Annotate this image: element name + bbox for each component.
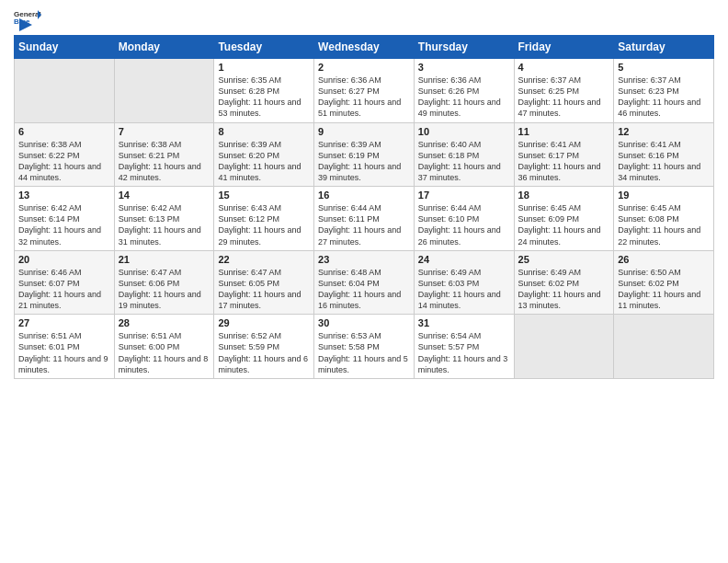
day-number: 10 (418, 126, 510, 137)
calendar-cell: 24Sunrise: 6:49 AM Sunset: 6:03 PM Dayli… (414, 250, 514, 315)
day-number: 17 (418, 190, 510, 201)
day-number: 12 (618, 126, 710, 137)
calendar-week-row: 13Sunrise: 6:42 AM Sunset: 6:14 PM Dayli… (15, 187, 714, 251)
calendar-cell: 29Sunrise: 6:52 AM Sunset: 5:59 PM Dayli… (214, 315, 314, 379)
weekday-header-friday: Friday (514, 36, 614, 59)
calendar-week-row: 27Sunrise: 6:51 AM Sunset: 6:01 PM Dayli… (15, 315, 714, 379)
calendar-cell: 22Sunrise: 6:47 AM Sunset: 6:05 PM Dayli… (214, 250, 314, 315)
calendar-cell: 17Sunrise: 6:44 AM Sunset: 6:10 PM Dayli… (414, 187, 514, 251)
calendar-header-row: SundayMondayTuesdayWednesdayThursdayFrid… (15, 36, 714, 59)
day-number: 18 (518, 190, 610, 201)
calendar-cell: 5Sunrise: 6:37 AM Sunset: 6:23 PM Daylig… (614, 59, 714, 123)
day-info: Sunrise: 6:38 AM Sunset: 6:22 PM Dayligh… (18, 139, 110, 184)
day-info: Sunrise: 6:35 AM Sunset: 6:28 PM Dayligh… (218, 75, 310, 120)
calendar-cell: 31Sunrise: 6:54 AM Sunset: 5:57 PM Dayli… (414, 315, 514, 379)
day-number: 20 (18, 254, 110, 265)
calendar-cell: 18Sunrise: 6:45 AM Sunset: 6:09 PM Dayli… (514, 187, 614, 251)
weekday-header-wednesday: Wednesday (314, 36, 415, 59)
day-number: 14 (119, 190, 210, 201)
day-number: 27 (18, 317, 110, 328)
day-number: 9 (318, 126, 410, 137)
day-info: Sunrise: 6:41 AM Sunset: 6:17 PM Dayligh… (518, 139, 610, 184)
day-number: 7 (119, 126, 210, 137)
day-number: 26 (618, 254, 710, 265)
day-info: Sunrise: 6:44 AM Sunset: 6:10 PM Dayligh… (418, 202, 510, 247)
day-info: Sunrise: 6:39 AM Sunset: 6:19 PM Dayligh… (318, 139, 410, 184)
calendar-cell: 12Sunrise: 6:41 AM Sunset: 6:16 PM Dayli… (614, 122, 714, 187)
day-number: 13 (18, 190, 110, 201)
calendar-cell: 11Sunrise: 6:41 AM Sunset: 6:17 PM Dayli… (514, 122, 614, 187)
day-number: 15 (218, 190, 310, 201)
day-number: 31 (418, 317, 510, 328)
weekday-header-thursday: Thursday (414, 36, 514, 59)
day-info: Sunrise: 6:51 AM Sunset: 6:01 PM Dayligh… (18, 330, 110, 375)
day-number: 1 (218, 62, 310, 73)
day-info: Sunrise: 6:48 AM Sunset: 6:04 PM Dayligh… (318, 267, 410, 312)
weekday-header-sunday: Sunday (15, 36, 115, 59)
day-info: Sunrise: 6:36 AM Sunset: 6:27 PM Dayligh… (318, 75, 410, 120)
day-info: Sunrise: 6:42 AM Sunset: 6:14 PM Dayligh… (18, 202, 110, 247)
day-info: Sunrise: 6:52 AM Sunset: 5:59 PM Dayligh… (218, 330, 310, 375)
day-number: 16 (318, 190, 410, 201)
day-info: Sunrise: 6:40 AM Sunset: 6:18 PM Dayligh… (418, 139, 510, 184)
calendar-week-row: 1Sunrise: 6:35 AM Sunset: 6:28 PM Daylig… (15, 59, 714, 123)
day-number: 29 (218, 317, 310, 328)
calendar-cell: 28Sunrise: 6:51 AM Sunset: 6:00 PM Dayli… (114, 315, 214, 379)
day-number: 8 (218, 126, 310, 137)
calendar-week-row: 20Sunrise: 6:46 AM Sunset: 6:07 PM Dayli… (15, 250, 714, 315)
calendar-cell: 2Sunrise: 6:36 AM Sunset: 6:27 PM Daylig… (314, 59, 415, 123)
day-info: Sunrise: 6:49 AM Sunset: 6:02 PM Dayligh… (518, 267, 610, 312)
day-info: Sunrise: 6:43 AM Sunset: 6:12 PM Dayligh… (218, 202, 310, 247)
calendar-cell: 25Sunrise: 6:49 AM Sunset: 6:02 PM Dayli… (514, 250, 614, 315)
day-number: 6 (18, 126, 110, 137)
day-info: Sunrise: 6:39 AM Sunset: 6:20 PM Dayligh… (218, 139, 310, 184)
calendar-cell: 16Sunrise: 6:44 AM Sunset: 6:11 PM Dayli… (314, 187, 415, 251)
calendar-cell: 21Sunrise: 6:47 AM Sunset: 6:06 PM Dayli… (114, 250, 214, 315)
day-info: Sunrise: 6:37 AM Sunset: 6:23 PM Dayligh… (618, 75, 710, 120)
weekday-header-monday: Monday (114, 36, 214, 59)
day-number: 24 (418, 254, 510, 265)
calendar-cell: 14Sunrise: 6:42 AM Sunset: 6:13 PM Dayli… (114, 187, 214, 251)
day-info: Sunrise: 6:47 AM Sunset: 6:05 PM Dayligh… (218, 267, 310, 312)
day-info: Sunrise: 6:45 AM Sunset: 6:09 PM Dayligh… (518, 202, 610, 247)
weekday-header-saturday: Saturday (614, 36, 714, 59)
day-number: 3 (418, 62, 510, 73)
weekday-header-tuesday: Tuesday (214, 36, 314, 59)
svg-marker-3 (19, 18, 32, 31)
day-info: Sunrise: 6:54 AM Sunset: 5:57 PM Dayligh… (418, 330, 510, 375)
calendar-cell: 20Sunrise: 6:46 AM Sunset: 6:07 PM Dayli… (15, 250, 115, 315)
day-number: 23 (318, 254, 410, 265)
calendar-cell: 13Sunrise: 6:42 AM Sunset: 6:14 PM Dayli… (15, 187, 115, 251)
day-number: 30 (318, 317, 410, 328)
day-info: Sunrise: 6:53 AM Sunset: 5:58 PM Dayligh… (318, 330, 410, 375)
calendar-cell: 3Sunrise: 6:36 AM Sunset: 6:26 PM Daylig… (414, 59, 514, 123)
day-info: Sunrise: 6:41 AM Sunset: 6:16 PM Dayligh… (618, 139, 710, 184)
calendar-cell: 4Sunrise: 6:37 AM Sunset: 6:25 PM Daylig… (514, 59, 614, 123)
logo: General Blue (14, 9, 41, 28)
day-info: Sunrise: 6:42 AM Sunset: 6:13 PM Dayligh… (119, 202, 210, 247)
day-number: 2 (318, 62, 410, 73)
day-info: Sunrise: 6:44 AM Sunset: 6:11 PM Dayligh… (318, 202, 410, 247)
day-number: 21 (119, 254, 210, 265)
day-info: Sunrise: 6:38 AM Sunset: 6:21 PM Dayligh… (119, 139, 210, 184)
header: General Blue (14, 9, 714, 28)
calendar-cell: 9Sunrise: 6:39 AM Sunset: 6:19 PM Daylig… (314, 122, 415, 187)
calendar-cell: 6Sunrise: 6:38 AM Sunset: 6:22 PM Daylig… (15, 122, 115, 187)
calendar-cell: 27Sunrise: 6:51 AM Sunset: 6:01 PM Dayli… (15, 315, 115, 379)
calendar-cell (114, 59, 214, 123)
day-number: 28 (119, 317, 210, 328)
calendar-cell: 30Sunrise: 6:53 AM Sunset: 5:58 PM Dayli… (314, 315, 415, 379)
day-number: 22 (218, 254, 310, 265)
calendar-week-row: 6Sunrise: 6:38 AM Sunset: 6:22 PM Daylig… (15, 122, 714, 187)
calendar-cell (514, 315, 614, 379)
day-number: 5 (618, 62, 710, 73)
calendar-cell: 23Sunrise: 6:48 AM Sunset: 6:04 PM Dayli… (314, 250, 415, 315)
day-info: Sunrise: 6:37 AM Sunset: 6:25 PM Dayligh… (518, 75, 610, 120)
calendar-table: SundayMondayTuesdayWednesdayThursdayFrid… (14, 35, 714, 379)
day-info: Sunrise: 6:36 AM Sunset: 6:26 PM Dayligh… (418, 75, 510, 120)
day-info: Sunrise: 6:51 AM Sunset: 6:00 PM Dayligh… (119, 330, 210, 375)
day-info: Sunrise: 6:45 AM Sunset: 6:08 PM Dayligh… (618, 202, 710, 247)
calendar-cell (15, 59, 115, 123)
day-number: 25 (518, 254, 610, 265)
day-number: 11 (518, 126, 610, 137)
